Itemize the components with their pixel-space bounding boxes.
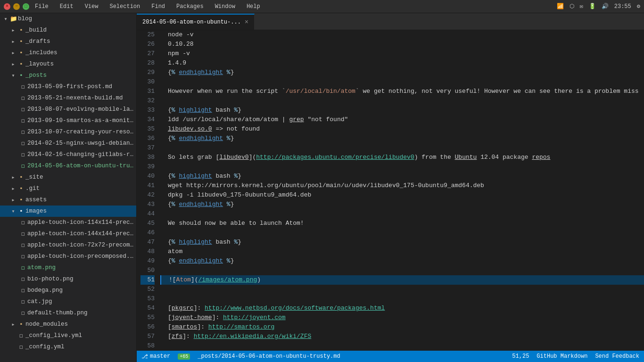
menu-help[interactable]: Help	[245, 2, 262, 11]
line-num-44: 44	[140, 209, 155, 219]
minimize-button[interactable]: −	[13, 3, 20, 10]
cursor-position[interactable]: 51,25	[512, 353, 529, 360]
line-num-42: 42	[140, 190, 155, 200]
arrow-icon: ▸	[9, 321, 17, 328]
sidebar-item-posts[interactable]: ▾ ▪ _posts	[0, 70, 136, 81]
editor-area: 2014-05-06-atom-on-ubuntu-... × 25 26 27…	[137, 13, 644, 362]
settings-icon[interactable]: ⚙	[637, 3, 640, 10]
sidebar-item-post7[interactable]: ◻ 2014-02-16-changing-gitlabs-reposit...	[0, 149, 136, 160]
menu-bar: File Edit View Selection Find Packages W…	[33, 2, 262, 11]
sidebar-item-drafts[interactable]: ▸ ▪ _drafts	[0, 36, 136, 47]
menu-find[interactable]: Find	[149, 2, 167, 11]
close-button[interactable]: ×	[4, 3, 10, 10]
changes-count: +65	[178, 354, 190, 360]
sidebar-item-includes[interactable]: ▸ ▪ _includes	[0, 47, 136, 58]
git-branch-indicator[interactable]: ⎇ master	[141, 353, 170, 360]
sidebar-item-node-modules[interactable]: ▸ ▪ node_modules	[0, 319, 136, 330]
file-path-display[interactable]: _posts/2014-05-06-atom-on-ubuntu-trusty.…	[198, 353, 340, 360]
sidebar-item-img3[interactable]: ◻ apple-touch-icon-72x72-precompose...	[0, 239, 136, 251]
sidebar-label-atom-png: atom.png	[27, 264, 136, 271]
code-line-28: 1.4.9	[160, 58, 644, 68]
sidebar-item-img4[interactable]: ◻ apple-touch-icon-precomposed.png	[0, 251, 136, 262]
arrow-icon: ▾	[9, 72, 17, 79]
arrow-icon: ▸	[9, 173, 17, 181]
sidebar-label: cat.jpg	[27, 298, 136, 305]
sidebar-item-config-live[interactable]: ▸ ◻ _config_live.yml	[0, 330, 136, 341]
battery-icon: 🔋	[589, 3, 596, 10]
sidebar-item-bodega[interactable]: ◻ bodega.png	[0, 285, 136, 296]
bluetooth-icon: ⬡	[570, 3, 574, 10]
sidebar-item-site[interactable]: ▸ ▪ _site	[0, 172, 136, 183]
maximize-button[interactable]: □	[23, 3, 29, 10]
menu-window[interactable]: Window	[213, 2, 237, 11]
sidebar-item-default-thumb[interactable]: ◻ default-thumb.png	[0, 307, 136, 319]
sidebar-label-assets: assets	[25, 197, 136, 203]
file-icon: ◻	[17, 332, 25, 339]
sidebar-item-config[interactable]: ▸ ◻ _config.yml	[0, 341, 136, 353]
feedback-button[interactable]: Send Feedback	[595, 353, 639, 360]
sidebar-item-images[interactable]: ▾ ▪ images	[0, 206, 136, 217]
sidebar-label-images: images	[25, 208, 136, 214]
file-icon: ◻	[19, 140, 27, 147]
code-editor[interactable]: node -v 0.10.28 npm -v 1.4.9 {% endhighl…	[160, 30, 644, 351]
file-icon-green: ◻	[19, 264, 27, 272]
status-bar-right: 51,25 GitHub Markdown Send Feedback	[512, 353, 639, 360]
folder-icon: ▪	[17, 174, 25, 181]
folder-icon: ▪	[17, 197, 25, 203]
menu-packages[interactable]: Packages	[174, 2, 206, 11]
sidebar-label: bodega.png	[27, 287, 136, 294]
sidebar-label-layouts: _layouts	[25, 61, 136, 67]
arrow-icon: ▸	[9, 38, 17, 45]
folder-open-icon: ▪	[17, 208, 25, 214]
code-line-43: {% endhighlight %}	[160, 200, 644, 209]
sidebar-item-post5[interactable]: ◻ 2013-10-07-creating-your-resources-...	[0, 126, 136, 138]
code-line-40: {% highlight bash %}	[160, 172, 644, 181]
sidebar-item-layouts[interactable]: ▸ ▪ _layouts	[0, 58, 136, 70]
code-line-52	[160, 285, 644, 294]
folder-open-icon: 📁	[9, 15, 18, 23]
sidebar-item-img1[interactable]: ◻ apple-touch-icon-114x114-precompo...	[0, 217, 136, 228]
sidebar-item-img2[interactable]: ◻ apple-touch-icon-144x144-precompo...	[0, 228, 136, 239]
editor-tab-active[interactable]: 2014-05-06-atom-on-ubuntu-... ×	[137, 14, 255, 30]
folder-icon: ▪	[17, 185, 25, 192]
tab-close-button[interactable]: ×	[245, 18, 248, 26]
sidebar-item-atom-png[interactable]: ◻ atom.png	[0, 262, 136, 273]
code-line-25: node -v	[160, 30, 644, 40]
menu-view[interactable]: View	[83, 2, 100, 11]
code-line-41: wget http://mirrors.kernel.org/ubuntu/po…	[160, 181, 644, 190]
file-tree[interactable]: ▾ 📁 blog ▸ ▪ _build ▸ ▪ _drafts ▸ ▪ _inc…	[0, 13, 137, 362]
menu-selection[interactable]: Selection	[107, 2, 142, 11]
sidebar-item-post2[interactable]: ◻ 2013-05-21-nexenta-build.md	[0, 92, 136, 104]
sidebar-item-cat[interactable]: ◻ cat.jpg	[0, 296, 136, 307]
language-mode[interactable]: GitHub Markdown	[537, 353, 587, 360]
code-line-35: libudev.so.0 => not found	[160, 124, 644, 134]
sidebar-label: apple-touch-icon-72x72-precompose...	[27, 242, 136, 248]
titlebar-controls: × − □	[4, 3, 29, 10]
folder-icon: ▪	[17, 321, 25, 328]
line-num-25: 25	[140, 30, 155, 40]
arrow-icon: ▸	[9, 196, 17, 204]
sidebar-item-post6[interactable]: ◻ 2014-02-15-nginx-uwsgi-debian.md	[0, 138, 136, 149]
line-num-52: 52	[140, 285, 155, 294]
file-icon: ◻	[19, 83, 27, 90]
sidebar-item-post4[interactable]: ◻ 2013-09-10-smartos-as-a-monitoring...	[0, 115, 136, 126]
sidebar-item-bio-photo[interactable]: ◻ bio-photo.png	[0, 273, 136, 285]
line-num-27: 27	[140, 49, 155, 58]
sidebar-item-blog[interactable]: ▾ 📁 blog	[0, 13, 136, 25]
sidebar-item-assets[interactable]: ▸ ▪ assets	[0, 194, 136, 206]
line-num-48: 48	[140, 247, 155, 256]
folder-icon: ▪	[17, 61, 25, 67]
sidebar-label: default-thumb.png	[27, 310, 136, 316]
sidebar-item-post3[interactable]: ◻ 2013-08-07-evolving-mobile-landsc...	[0, 104, 136, 115]
git-changes-badge[interactable]: +65	[178, 354, 190, 360]
sidebar-item-post8[interactable]: ◻ 2014-05-06-atom-on-ubuntu-trusty.m...	[0, 160, 136, 172]
sidebar-item-git[interactable]: ▸ ▪ .git	[0, 183, 136, 194]
volume-icon: 🔊	[602, 3, 609, 10]
sidebar-item-post1[interactable]: ◻ 2013-05-09-first-post.md	[0, 81, 136, 92]
menu-edit[interactable]: Edit	[58, 2, 75, 11]
sidebar-item-build[interactable]: ▸ ▪ _build	[0, 25, 136, 36]
sidebar-label-posts: _posts	[25, 72, 136, 79]
menu-file[interactable]: File	[33, 2, 50, 11]
sidebar-label-config: _config.yml	[25, 344, 136, 350]
file-icon: ◻	[19, 241, 27, 249]
